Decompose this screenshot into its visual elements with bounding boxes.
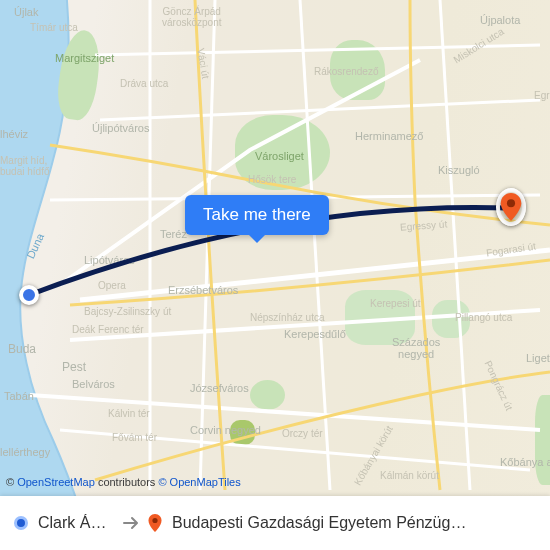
attrib-prefix: © [6, 476, 17, 488]
origin-dot-icon [14, 516, 28, 530]
origin-pin[interactable] [19, 285, 39, 305]
park-kerepesdulo [345, 290, 415, 345]
destination-mini-icon [148, 514, 162, 532]
river-danube [0, 0, 115, 550]
openmaptiles-link[interactable]: © OpenMapTiles [158, 476, 240, 488]
park-small-2 [230, 420, 255, 445]
park-varosliget [235, 115, 330, 190]
destination-label: Budapesti Gazdasági Egyetem Pénzüg… [172, 514, 466, 532]
attrib-mid: contributors [95, 476, 159, 488]
osm-link[interactable]: OpenStreetMap [17, 476, 95, 488]
destination-pin[interactable] [496, 188, 526, 226]
route-bottom-bar: Clark Ád… Budapesti Gazdasági Egyetem Pé… [0, 496, 550, 550]
svg-point-0 [507, 199, 515, 207]
map-container[interactable]: Újlak Tímár utca Göncz Árpád városközpon… [0, 0, 550, 550]
take-me-there-button[interactable]: Take me there [185, 195, 329, 235]
origin-label: Clark Ád… [38, 514, 114, 532]
park-small-4 [535, 395, 550, 485]
svg-point-1 [152, 518, 157, 523]
origin-chip[interactable]: Clark Ád… [14, 514, 114, 532]
route-arrow-icon [114, 513, 148, 533]
park-rakosrendezo [330, 40, 385, 100]
map-attribution: © OpenStreetMap contributors © OpenMapTi… [6, 476, 241, 488]
destination-chip[interactable]: Budapesti Gazdasági Egyetem Pénzüg… [148, 514, 536, 532]
park-small-3 [432, 300, 470, 338]
park-small-1 [250, 380, 285, 410]
